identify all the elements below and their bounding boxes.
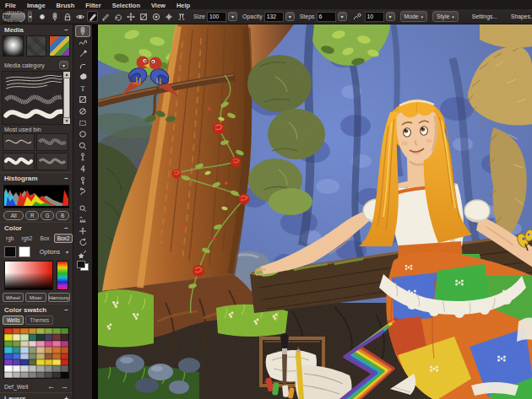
scroll-up-arrow[interactable]: ▲	[63, 72, 70, 78]
menu-item-image[interactable]: Image	[27, 2, 46, 9]
menu-item-view[interactable]: View	[151, 2, 166, 9]
panel-layers-expand-button[interactable]: +	[64, 395, 68, 399]
color-well-59[interactable]	[29, 372, 37, 378]
harmony-button[interactable]: Harmony	[48, 293, 70, 302]
blob-tool[interactable]	[75, 71, 90, 83]
color-well-23[interactable]	[61, 341, 69, 347]
picker-zoom-tool[interactable]	[75, 202, 90, 214]
scrollbar-thumb[interactable]	[63, 78, 70, 118]
color-well-39[interactable]	[61, 353, 69, 359]
color-well-45[interactable]	[45, 359, 53, 365]
media-scrollbar[interactable]: ▲ ▼	[62, 72, 70, 124]
color-collapse-button[interactable]: −	[64, 224, 68, 232]
textured-wave-thumb[interactable]	[36, 133, 68, 151]
histogram-collapse-button[interactable]: −	[64, 175, 68, 182]
hue-strip[interactable]	[57, 261, 68, 290]
color-well-8[interactable]	[4, 334, 13, 340]
histogram-channel-g[interactable]: G	[41, 211, 54, 220]
fg-bg-color-swatches[interactable]	[77, 261, 89, 271]
wand-tool[interactable]	[75, 248, 90, 260]
crop-icon[interactable]	[138, 11, 149, 22]
anchor-tool[interactable]	[75, 163, 90, 175]
swatch-tab-wells[interactable]: Wells	[3, 315, 24, 325]
size-dropdown[interactable]: ▾	[228, 12, 237, 21]
color-well-38[interactable]	[52, 353, 61, 359]
color-well-12[interactable]	[36, 334, 45, 340]
ellipse-slash-tool[interactable]	[75, 105, 90, 117]
color-well-28[interactable]	[36, 347, 45, 353]
color-well-10[interactable]	[20, 334, 29, 340]
color-well-13[interactable]	[45, 334, 53, 340]
mode-button[interactable]: Mode▾	[400, 11, 428, 22]
color-well-42[interactable]	[20, 359, 29, 365]
steps-dropdown[interactable]: ▾	[338, 12, 347, 21]
eye-icon[interactable]	[74, 11, 85, 22]
color-tab-box2[interactable]: Box2	[54, 234, 73, 243]
opacity-value-field[interactable]: 132	[264, 12, 284, 22]
panel-layers[interactable]: Layers+	[0, 392, 73, 399]
color-swatch-collapse-button[interactable]: −	[64, 306, 68, 314]
saturation-value-box[interactable]	[4, 261, 53, 290]
mixer-button[interactable]: Mixer	[25, 293, 46, 302]
histogram-channel-all[interactable]: All	[3, 211, 24, 220]
color-well-20[interactable]	[36, 341, 45, 347]
color-well-25[interactable]	[13, 347, 21, 353]
soft-round-media-thumb[interactable]	[3, 35, 24, 57]
color-well-47[interactable]	[61, 359, 69, 365]
rotate-tool[interactable]	[75, 237, 90, 249]
rect-select-tool[interactable]	[75, 117, 90, 129]
options-dropdown-arrow[interactable]: ▾	[66, 249, 68, 255]
target-icon[interactable]	[150, 11, 161, 22]
color-tab-rgb2[interactable]: rgb2	[18, 234, 35, 243]
redo-icon[interactable]	[112, 11, 123, 22]
color-well-43[interactable]	[29, 359, 37, 365]
spacing-value-field[interactable]: 10	[365, 12, 384, 22]
color-well-16[interactable]	[4, 341, 13, 347]
color-well-21[interactable]	[45, 341, 53, 347]
airbrush-tool[interactable]	[75, 25, 90, 37]
color-well-26[interactable]	[20, 347, 29, 353]
color-well-4[interactable]	[36, 328, 45, 334]
color-well-11[interactable]	[29, 334, 37, 340]
pin-tool[interactable]	[75, 152, 90, 164]
menu-item-filter[interactable]: Filter	[85, 2, 100, 9]
color-well-55[interactable]	[61, 365, 69, 371]
menu-item-help[interactable]: Help	[176, 2, 190, 9]
color-well-6[interactable]	[52, 328, 61, 334]
histogram-channel-r[interactable]: R	[25, 211, 39, 220]
size-value-field[interactable]: 100	[207, 12, 226, 22]
color-well-0[interactable]	[4, 328, 13, 334]
settings-button[interactable]: Settings...	[472, 13, 497, 19]
wheel-button[interactable]: Wheel	[3, 293, 24, 302]
crop-tool[interactable]	[75, 94, 90, 106]
painting-canvas[interactable]	[98, 24, 532, 399]
noise-media-thumb[interactable]	[26, 35, 47, 57]
lock-icon[interactable]	[62, 11, 73, 22]
color-tab-box[interactable]: Box	[36, 234, 52, 243]
color-well-5[interactable]	[45, 328, 53, 334]
media-collapse-button[interactable]: −	[64, 26, 68, 34]
airbrush-icon[interactable]	[49, 11, 60, 22]
color-well-7[interactable]	[61, 328, 69, 334]
artwork-media-thumb[interactable]	[49, 35, 70, 57]
text-tool[interactable]: T	[75, 83, 90, 94]
color-well-56[interactable]	[4, 372, 13, 378]
spacing-dropdown[interactable]: ▾	[386, 12, 395, 21]
color-well-35[interactable]	[29, 353, 37, 359]
options-label[interactable]: Options	[40, 249, 60, 255]
histogram-channel-b[interactable]: B	[56, 211, 69, 220]
key-tool[interactable]	[75, 175, 90, 186]
color-well-60[interactable]	[36, 372, 45, 378]
color-well-48[interactable]	[4, 365, 13, 371]
pencil-icon[interactable]	[100, 11, 111, 22]
move-arrows-icon[interactable]	[125, 11, 136, 22]
previous-well-arrow[interactable]: ←	[47, 382, 55, 391]
move-tool[interactable]	[75, 225, 90, 237]
ruler-tool[interactable]	[75, 214, 90, 226]
fg-color-chip[interactable]	[77, 261, 85, 268]
color-well-63[interactable]	[61, 372, 69, 378]
color-well-46[interactable]	[52, 359, 61, 365]
color-well-49[interactable]	[13, 365, 21, 371]
color-well-41[interactable]	[13, 359, 21, 365]
color-well-9[interactable]	[13, 334, 21, 340]
